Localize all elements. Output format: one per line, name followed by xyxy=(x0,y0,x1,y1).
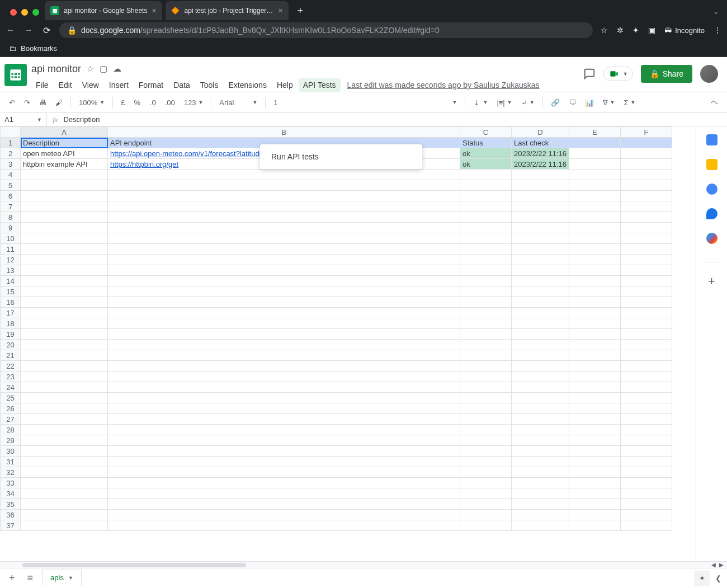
scroll-right-icon[interactable]: ▶ xyxy=(719,562,724,568)
scrollbar-thumb[interactable] xyxy=(22,563,246,567)
cell-F31[interactable] xyxy=(620,457,672,467)
cell-B17[interactable] xyxy=(108,308,460,318)
cell-F15[interactable] xyxy=(620,286,672,297)
cell-D27[interactable] xyxy=(512,414,569,425)
cell-D25[interactable] xyxy=(512,393,569,403)
cell-E16[interactable] xyxy=(569,297,620,308)
cell-C25[interactable] xyxy=(460,393,512,403)
cell-C23[interactable] xyxy=(460,371,512,382)
cell-E12[interactable] xyxy=(569,255,620,265)
cell-B29[interactable] xyxy=(108,435,460,446)
cell-C37[interactable] xyxy=(460,520,512,531)
cell-B19[interactable] xyxy=(108,329,460,340)
cell-B7[interactable] xyxy=(108,201,460,212)
close-tab-icon[interactable]: × xyxy=(278,6,282,15)
cell-F18[interactable] xyxy=(620,318,672,329)
cell-D9[interactable] xyxy=(512,223,569,233)
cell-E2[interactable] xyxy=(569,148,620,159)
cell-D31[interactable] xyxy=(512,457,569,467)
cell-E30[interactable] xyxy=(569,446,620,457)
cell-B4[interactable] xyxy=(108,170,460,180)
cell-F28[interactable] xyxy=(620,425,672,435)
row-header-29[interactable]: 29 xyxy=(1,435,21,446)
cell-C20[interactable] xyxy=(460,340,512,350)
cell-C9[interactable] xyxy=(460,223,512,233)
cell-D5[interactable] xyxy=(512,180,569,191)
cell-D23[interactable] xyxy=(512,371,569,382)
menu-api-tests[interactable]: API Tests xyxy=(299,78,341,92)
cell-D37[interactable] xyxy=(512,520,569,531)
cell-F5[interactable] xyxy=(620,180,672,191)
cell-B35[interactable] xyxy=(108,499,460,510)
minimize-window-icon[interactable] xyxy=(21,9,28,16)
sheets-logo-icon[interactable] xyxy=(4,64,27,86)
cell-F6[interactable] xyxy=(620,191,672,201)
keep-icon[interactable] xyxy=(706,159,717,170)
cell-E13[interactable] xyxy=(569,265,620,276)
cell-F11[interactable] xyxy=(620,244,672,255)
tasks-icon[interactable] xyxy=(706,184,717,195)
cell-C14[interactable] xyxy=(460,276,512,286)
cell-A22[interactable] xyxy=(21,361,108,371)
cell-E20[interactable] xyxy=(569,340,620,350)
cell-E18[interactable] xyxy=(569,318,620,329)
cell-A13[interactable] xyxy=(21,265,108,276)
menu-data[interactable]: Data xyxy=(169,78,195,92)
cell-C1[interactable]: Status xyxy=(460,138,512,148)
cell-E21[interactable] xyxy=(569,350,620,361)
cell-A17[interactable] xyxy=(21,308,108,318)
cell-F36[interactable] xyxy=(620,510,672,520)
row-header-18[interactable]: 18 xyxy=(1,318,21,329)
cell-C33[interactable] xyxy=(460,478,512,488)
cell-A37[interactable] xyxy=(21,520,108,531)
cell-E23[interactable] xyxy=(569,371,620,382)
cell-F12[interactable] xyxy=(620,255,672,265)
collapse-toolbar-icon[interactable]: ヘ xyxy=(707,95,721,110)
row-header-35[interactable]: 35 xyxy=(1,499,21,510)
cell-C18[interactable] xyxy=(460,318,512,329)
cell-F13[interactable] xyxy=(620,265,672,276)
cell-E1[interactable] xyxy=(569,138,620,148)
cell-A25[interactable] xyxy=(21,393,108,403)
cell-B5[interactable] xyxy=(108,180,460,191)
cell-B28[interactable] xyxy=(108,425,460,435)
cell-F14[interactable] xyxy=(620,276,672,286)
print-icon[interactable]: 🖶 xyxy=(36,96,50,109)
cell-C10[interactable] xyxy=(460,233,512,244)
cell-C4[interactable] xyxy=(460,170,512,180)
cell-D7[interactable] xyxy=(512,201,569,212)
font-family-select[interactable]: Arial▼ xyxy=(216,96,261,109)
cell-A31[interactable] xyxy=(21,457,108,467)
share-button[interactable]: 🔒 Share xyxy=(641,65,692,83)
cell-E28[interactable] xyxy=(569,425,620,435)
cell-A14[interactable] xyxy=(21,276,108,286)
cell-E3[interactable] xyxy=(569,159,620,170)
explore-button[interactable]: ✦ xyxy=(694,571,710,586)
cell-A1[interactable]: Description xyxy=(21,138,108,148)
cell-E27[interactable] xyxy=(569,414,620,425)
cell-C24[interactable] xyxy=(460,382,512,393)
cell-F3[interactable] xyxy=(620,159,672,170)
redo-icon[interactable]: ↷ xyxy=(21,96,34,109)
close-tab-icon[interactable]: × xyxy=(152,6,156,15)
valign-icon[interactable]: ⭳▼ xyxy=(470,96,491,109)
cell-E15[interactable] xyxy=(569,286,620,297)
row-header-17[interactable]: 17 xyxy=(1,308,21,318)
border-icon[interactable]: ▼ xyxy=(448,97,461,107)
cell-B25[interactable] xyxy=(108,393,460,403)
cell-B12[interactable] xyxy=(108,255,460,265)
cell-F4[interactable] xyxy=(620,170,672,180)
cell-D19[interactable] xyxy=(512,329,569,340)
cell-F1[interactable] xyxy=(620,138,672,148)
menu-tools[interactable]: Tools xyxy=(196,78,223,92)
row-header-12[interactable]: 12 xyxy=(1,255,21,265)
cell-A30[interactable] xyxy=(21,446,108,457)
cell-F30[interactable] xyxy=(620,446,672,457)
cell-B34[interactable] xyxy=(108,488,460,499)
last-edit-link[interactable]: Last edit was made seconds ago by Sauliu… xyxy=(347,81,540,90)
percent-icon[interactable]: % xyxy=(130,96,144,109)
menu-help[interactable]: Help xyxy=(272,78,298,92)
cell-C19[interactable] xyxy=(460,329,512,340)
cell-D22[interactable] xyxy=(512,361,569,371)
cell-B36[interactable] xyxy=(108,510,460,520)
